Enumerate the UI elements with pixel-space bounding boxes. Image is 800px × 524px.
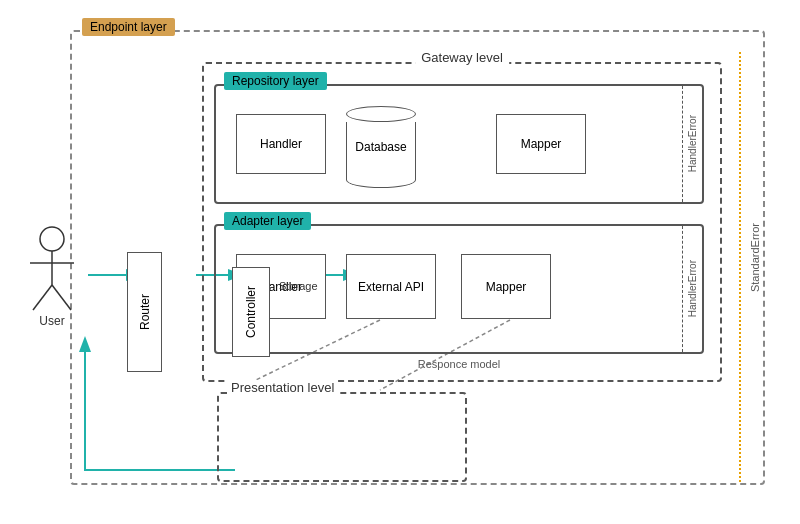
adapter-mapper-box: Mapper <box>461 254 551 319</box>
repo-handler-label: Handler <box>260 137 302 151</box>
responce-model-label: Responce model <box>418 358 501 370</box>
db-bottom <box>346 172 416 188</box>
db-body: Database <box>346 122 416 172</box>
svg-line-9 <box>52 285 71 310</box>
repo-mapper-label: Mapper <box>521 137 562 151</box>
adapter-label: Adapter layer <box>224 212 311 230</box>
svg-text:User: User <box>39 314 64 325</box>
standard-error-text: StandardError <box>749 223 761 292</box>
user-figure: User <box>25 225 80 325</box>
handler-error-adapter: HandlerError <box>682 226 702 352</box>
standard-error: StandardError <box>745 32 765 483</box>
repo-mapper-box: Mapper <box>496 114 586 174</box>
db-label: Database <box>355 140 406 154</box>
endpoint-label: Endpoint layer <box>82 18 175 36</box>
gateway-level: Gateway level Repository layer Handler D… <box>202 62 722 382</box>
external-api-label: External API <box>358 280 424 294</box>
controller-label: Controller <box>244 286 258 338</box>
db-top <box>346 106 416 122</box>
storage-label: Storage <box>279 280 318 292</box>
adapter-mapper-label: Mapper <box>486 280 527 294</box>
repository-layer: Repository layer Handler Database Mapper <box>214 84 704 204</box>
router-box: Router <box>127 252 162 372</box>
presentation-level: Presentation level <box>217 392 467 482</box>
repository-label: Repository layer <box>224 72 327 90</box>
handler-error-repo-text: HandlerError <box>687 115 698 172</box>
endpoint-layer: Endpoint layer StandardError Gateway lev… <box>70 30 765 485</box>
standard-error-line <box>739 52 741 482</box>
gateway-label: Gateway level <box>415 50 509 65</box>
presentation-label: Presentation level <box>227 380 338 395</box>
svg-line-8 <box>33 285 52 310</box>
diagram-container: Endpoint layer StandardError Gateway lev… <box>10 10 785 510</box>
controller-box: Controller <box>232 267 270 357</box>
repo-handler-box: Handler <box>236 114 326 174</box>
external-api-box: External API <box>346 254 436 319</box>
handler-error-repo: HandlerError <box>682 86 702 202</box>
handler-error-adapter-text: HandlerError <box>687 260 698 317</box>
svg-point-5 <box>40 227 64 251</box>
router-label: Router <box>138 294 152 330</box>
database-shape: Database <box>346 106 416 188</box>
